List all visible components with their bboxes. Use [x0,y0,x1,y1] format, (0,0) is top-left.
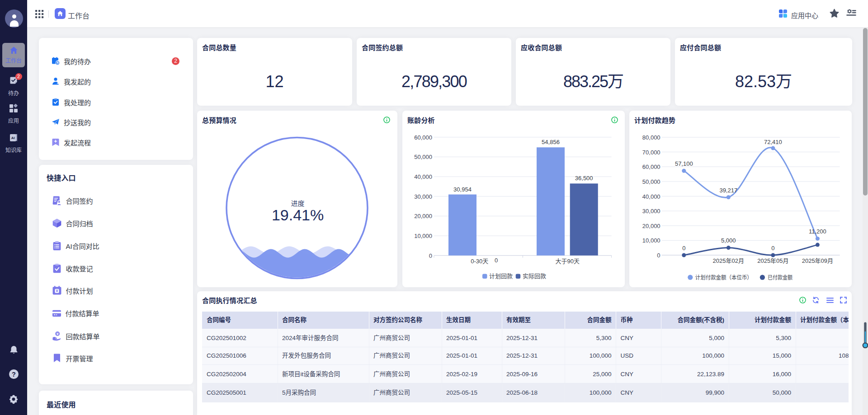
svg-text:AI: AI [11,136,15,140]
svg-text:¥: ¥ [56,289,58,293]
svg-text:计划付款金额（本位币）: 计划付款金额（本位币） [695,274,752,281]
svg-text:60,000: 60,000 [642,163,660,170]
svg-text:0: 0 [495,257,498,264]
svg-text:0: 0 [682,245,685,252]
svg-text:50,000: 50,000 [414,154,432,160]
svg-text:大于90天: 大于90天 [556,258,580,265]
svg-text:10,000: 10,000 [414,233,432,239]
svg-text:0-30天: 0-30天 [471,258,488,265]
svg-text:30,000: 30,000 [642,208,660,214]
svg-text:39,217: 39,217 [719,187,737,194]
svg-text:30,954: 30,954 [453,186,472,193]
svg-text:实际回款: 实际回款 [523,273,546,280]
svg-text:2025年05月: 2025年05月 [757,257,788,264]
svg-text:11,200: 11,200 [809,228,826,235]
svg-text:计划回款: 计划回款 [489,273,513,280]
svg-text:30,000: 30,000 [414,193,432,200]
svg-text:10,000: 10,000 [642,237,660,244]
svg-text:0: 0 [657,252,660,259]
svg-text:20,000: 20,000 [414,213,432,219]
svg-text:40,000: 40,000 [642,193,660,200]
svg-text:0: 0 [429,252,432,259]
svg-text:57,100: 57,100 [675,160,693,167]
svg-text:72,410: 72,410 [764,139,782,145]
svg-text:已付款金额: 已付款金额 [768,274,793,281]
svg-text:40,000: 40,000 [414,173,432,180]
svg-text:60,000: 60,000 [414,134,432,141]
svg-text:70,000: 70,000 [642,149,660,156]
svg-text:36,500: 36,500 [575,175,593,182]
svg-text:2025年09月: 2025年09月 [802,257,833,264]
svg-text:5,000: 5,000 [721,237,736,244]
svg-text:54,856: 54,856 [542,139,560,145]
svg-text:¥: ¥ [56,332,58,336]
svg-text:0: 0 [771,245,774,252]
svg-text:?: ? [12,371,16,378]
svg-text:50,000: 50,000 [642,178,660,185]
svg-text:20,000: 20,000 [642,223,660,229]
svg-text:19.41%: 19.41% [272,206,324,224]
svg-text:2025年02月: 2025年02月 [713,257,744,264]
svg-text:80,000: 80,000 [642,134,660,141]
